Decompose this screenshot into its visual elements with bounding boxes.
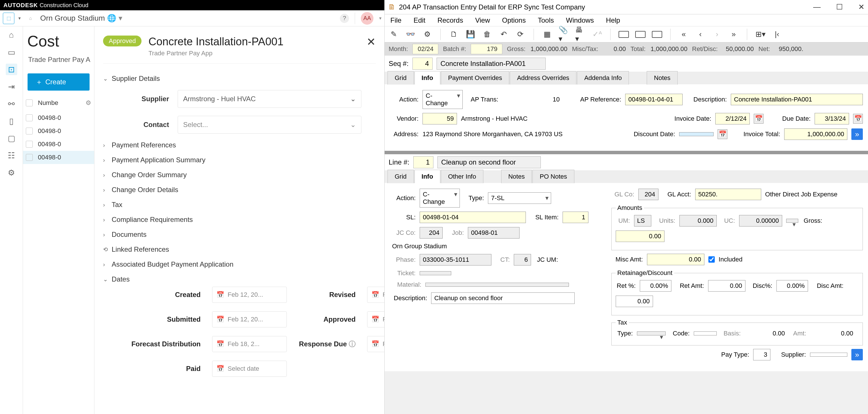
- section-linked[interactable]: ⟲Linked References: [103, 242, 376, 257]
- tab-info[interactable]: Info: [414, 170, 440, 183]
- supplier2-input[interactable]: [810, 353, 847, 357]
- approved-date[interactable]: 📅Feb 12, 20...: [367, 311, 384, 327]
- first-icon[interactable]: «: [679, 29, 689, 40]
- vendor-input[interactable]: 59: [423, 113, 457, 125]
- new-icon[interactable]: 🗋: [448, 29, 459, 40]
- prev-icon[interactable]: ‹: [695, 29, 706, 40]
- avatar[interactable]: AA: [361, 12, 373, 25]
- print-icon[interactable]: 🖶▾: [575, 29, 586, 40]
- columns-gear-icon[interactable]: ⚙: [86, 99, 91, 107]
- line-input[interactable]: 1: [413, 156, 433, 168]
- home-icon[interactable]: ⌂: [6, 29, 17, 41]
- dgross-input[interactable]: 0.00: [616, 231, 664, 242]
- row-checkbox[interactable]: [26, 154, 33, 161]
- paytype-input[interactable]: 3: [753, 349, 770, 360]
- section-co-details[interactable]: ›Change Order Details: [103, 182, 376, 197]
- panel2-icon[interactable]: [635, 29, 646, 40]
- goto-first-icon[interactable]: |‹: [772, 29, 782, 40]
- section-payment-refs[interactable]: ›Payment References: [103, 138, 376, 152]
- section-abpa[interactable]: ›Associated Budget Payment Application: [103, 257, 376, 272]
- close-icon[interactable]: ✕: [367, 36, 376, 48]
- calendar-icon[interactable]: 📅: [718, 129, 727, 139]
- undo-icon[interactable]: ↶: [499, 29, 509, 40]
- glacct-input[interactable]: 50250.: [695, 188, 761, 200]
- invtot-input[interactable]: 1,000,000.00: [784, 129, 847, 140]
- table-row[interactable]: 00498-0: [23, 138, 94, 151]
- menu-file[interactable]: File: [391, 16, 402, 24]
- discamt-input[interactable]: 0.00: [616, 296, 653, 307]
- panel3-icon[interactable]: [652, 29, 662, 40]
- binoculars-icon[interactable]: 👓: [405, 29, 415, 40]
- grid-icon[interactable]: ▦: [542, 29, 552, 40]
- section-supplier-details[interactable]: ⌄Supplier Details: [103, 71, 376, 86]
- submitted-date[interactable]: 📅Feb 12, 20...: [212, 311, 287, 327]
- document-icon[interactable]: ▯: [6, 115, 17, 127]
- select-all-checkbox[interactable]: [26, 100, 33, 106]
- last-icon[interactable]: »: [728, 29, 739, 40]
- calendar-icon[interactable]: 📅: [853, 114, 863, 124]
- clipboard-icon[interactable]: ▢: [6, 133, 17, 144]
- table-row[interactable]: 00498-0: [23, 111, 94, 125]
- table-row[interactable]: 00498-0: [23, 151, 94, 164]
- section-pay-app-summary[interactable]: ›Payment Application Summary: [103, 152, 376, 167]
- info-icon[interactable]: ⓘ: [349, 340, 355, 348]
- code-input[interactable]: [694, 332, 717, 336]
- due-input[interactable]: 3/13/24: [815, 113, 849, 125]
- section-dates[interactable]: ⌄Dates: [103, 272, 376, 287]
- tab-notes[interactable]: Notes: [501, 170, 532, 183]
- attach-icon[interactable]: 📎▾: [559, 29, 569, 40]
- tab-info[interactable]: Info: [414, 71, 440, 84]
- module-switcher[interactable]: ⬚: [3, 12, 14, 24]
- section-tax[interactable]: ›Tax: [103, 197, 376, 212]
- section-co-summary[interactable]: ›Change Order Summary: [103, 167, 376, 182]
- expand-button[interactable]: »: [851, 129, 863, 140]
- paid-date[interactable]: 📅Select date: [212, 361, 287, 377]
- chevron-down-icon[interactable]: ▾: [379, 15, 381, 21]
- sl-input[interactable]: 00498-01-04: [420, 212, 526, 223]
- project-name[interactable]: Orn Group Stadium 🌐 ▾: [40, 14, 122, 23]
- discpct-input[interactable]: 0.00%: [776, 280, 808, 291]
- tab-po-notes[interactable]: PO Notes: [532, 170, 574, 183]
- inv-input[interactable]: 2/12/24: [715, 113, 750, 125]
- row-checkbox[interactable]: [26, 128, 33, 134]
- action-combo[interactable]: C-Change: [423, 90, 463, 109]
- section-documents[interactable]: ›Documents: [103, 227, 376, 242]
- tab-payment-overrides[interactable]: Payment Overrides: [441, 71, 509, 84]
- calendar-icon[interactable]: 📅: [754, 114, 764, 124]
- help-icon[interactable]: ?: [340, 14, 349, 23]
- save-icon[interactable]: 💾: [465, 29, 476, 40]
- uc-combo[interactable]: [786, 219, 798, 223]
- tab-addenda-info[interactable]: Addenda Info: [577, 71, 629, 84]
- gear-icon[interactable]: ⚙: [6, 167, 17, 178]
- export-icon[interactable]: ⇥: [6, 81, 17, 92]
- refresh-icon[interactable]: ⟳: [515, 29, 526, 40]
- seq-input[interactable]: 4: [412, 58, 433, 70]
- home-icon[interactable]: ⌂: [25, 12, 36, 24]
- menu-help[interactable]: Help: [606, 16, 620, 24]
- type-combo[interactable]: 7-SL: [488, 193, 551, 204]
- tab-grid[interactable]: Grid: [388, 170, 414, 183]
- section-compliance[interactable]: ›Compliance Requirements: [103, 212, 376, 227]
- forecast-date[interactable]: 📅Feb 18, 2...: [212, 336, 287, 352]
- table-icon[interactable]: ⊞▾: [755, 29, 766, 40]
- ddesc-input[interactable]: Cleanup on second floor: [431, 292, 575, 304]
- search-icon[interactable]: ⚯: [6, 98, 17, 109]
- menu-records[interactable]: Records: [437, 16, 463, 24]
- created-date[interactable]: 📅Feb 12, 20...: [212, 287, 287, 303]
- tab-address-overrides[interactable]: Address Overrides: [510, 71, 577, 84]
- menu-windows[interactable]: Windows: [566, 16, 594, 24]
- delete-icon[interactable]: 🗑: [482, 29, 492, 40]
- next-icon[interactable]: ›: [712, 29, 722, 40]
- users-icon[interactable]: ☷: [6, 150, 17, 161]
- revised-date[interactable]: 📅Feb 12, 20...: [367, 287, 384, 303]
- gear-icon[interactable]: ⚙: [422, 29, 432, 40]
- tab-other-info[interactable]: Other Info: [441, 170, 484, 183]
- slitem-input[interactable]: 1: [563, 212, 588, 223]
- expand-button[interactable]: »: [851, 349, 863, 360]
- dashboard-icon[interactable]: ▭: [6, 46, 17, 58]
- col-number[interactable]: Numbe: [38, 99, 58, 107]
- apref-input[interactable]: 00498-01-04-01: [625, 94, 683, 105]
- maximize-icon[interactable]: ☐: [836, 3, 843, 11]
- close-icon[interactable]: ✕: [858, 3, 865, 11]
- menu-tools[interactable]: Tools: [538, 16, 554, 24]
